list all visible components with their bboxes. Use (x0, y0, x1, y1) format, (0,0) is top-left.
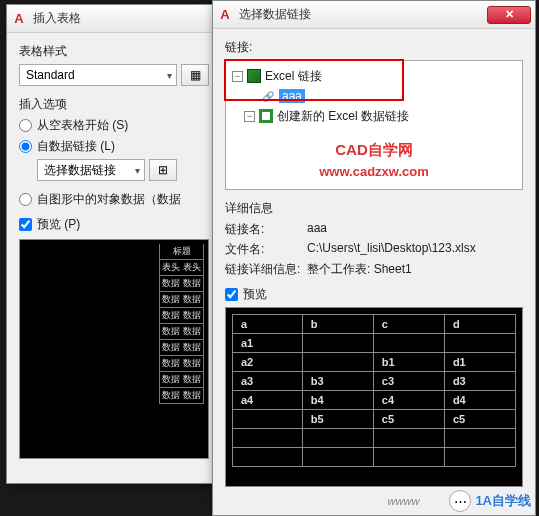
details-label: 详细信息 (225, 200, 523, 217)
watermark-title: CAD自学网 (226, 141, 522, 160)
preview-checkbox-row[interactable]: 预览 (P) (19, 216, 209, 233)
footer-brand: 1A自学线 (475, 492, 531, 510)
table-cell (373, 429, 444, 448)
table-cell (302, 353, 373, 372)
col-a: a (233, 315, 303, 334)
table-cell (373, 334, 444, 353)
select-data-link-dialog: A 选择数据链接 ✕ 链接: − Excel 链接 aaa − 创建新的 Exc… (212, 0, 536, 516)
table-cell (233, 448, 303, 467)
radio-link-input[interactable] (19, 140, 32, 153)
preview-label: 预览 (243, 286, 267, 303)
preview-label: 预览 (P) (37, 216, 80, 233)
table-cell (233, 429, 303, 448)
mini-row: 数据 数据 (160, 308, 203, 324)
radio-empty-label: 从空表格开始 (S) (37, 117, 128, 134)
detail-info-key: 链接详细信息: (225, 261, 307, 278)
data-link-combo[interactable]: 选择数据链接 (37, 159, 145, 181)
tree-expander[interactable]: − (244, 111, 255, 122)
tree-new-link[interactable]: 创建新的 Excel 数据链接 (277, 108, 409, 125)
titlebar: A 插入表格 (7, 5, 221, 33)
radio-link-label: 自数据链接 (L) (37, 138, 115, 155)
mini-row: 数据 数据 (160, 340, 203, 356)
autocad-icon: A (217, 7, 233, 23)
table-row: a3b3c3d3 (233, 372, 516, 391)
wechat-icon: ⋯ (449, 490, 471, 512)
tree-root-label[interactable]: Excel 链接 (265, 68, 322, 85)
excel-new-icon (258, 109, 274, 123)
detail-info-value: 整个工作表: Sheet1 (307, 261, 523, 278)
table-row: a1 (233, 334, 516, 353)
table-cell (444, 448, 515, 467)
table-row: b5c5c5 (233, 410, 516, 429)
table-cell (302, 448, 373, 467)
tree-expander[interactable]: − (232, 71, 243, 82)
watermark-url: www.cadzxw.com (226, 164, 522, 179)
col-b: b (302, 315, 373, 334)
watermark: CAD自学网 www.cadzxw.com (226, 141, 522, 179)
preview-checkbox-row[interactable]: 预览 (225, 286, 523, 303)
table-cell (444, 429, 515, 448)
preview-checkbox[interactable] (19, 218, 32, 231)
dialog-body: 链接: − Excel 链接 aaa − 创建新的 Excel 数据链接 CAD… (213, 29, 535, 497)
radio-empty-input[interactable] (19, 119, 32, 132)
table-row: a4b4c4d4 (233, 391, 516, 410)
style-label: 表格样式 (19, 43, 209, 60)
mini-row: 数据 数据 (160, 356, 203, 372)
table-row (233, 448, 516, 467)
detail-file-value: C:\Users\t_lisi\Desktop\123.xlsx (307, 241, 523, 258)
grid-icon: ▦ (190, 68, 201, 82)
radio-from-object[interactable]: 自图形中的对象数据（数据 (19, 191, 209, 208)
table-cell (233, 410, 303, 429)
table-cell: c5 (444, 410, 515, 429)
table-cell: a2 (233, 353, 303, 372)
dialog-title: 选择数据链接 (239, 6, 487, 23)
table-cell: b5 (302, 410, 373, 429)
preview-area-left: 标题 表头 表头 数据 数据 数据 数据 数据 数据 数据 数据 数据 数据 数… (19, 239, 209, 459)
preview-checkbox[interactable] (225, 288, 238, 301)
footer-watermark: wwww ⋯ 1A自学线 (388, 490, 531, 512)
detail-name-value: aaa (307, 221, 523, 238)
dialog-body: 表格样式 Standard ▦ 插入选项 从空表格开始 (S) 自数据链接 (L… (7, 33, 221, 469)
preview-table: a b c d a1a2b1d1a3b3c3d3a4b4c4d4b5c5c5 (232, 314, 516, 467)
link-icon (260, 89, 276, 103)
style-combo[interactable]: Standard (19, 64, 177, 86)
table-cell: d4 (444, 391, 515, 410)
link-icon: ⊞ (158, 163, 168, 177)
radio-from-empty[interactable]: 从空表格开始 (S) (19, 117, 209, 134)
table-cell (373, 448, 444, 467)
mini-table: 标题 表头 表头 数据 数据 数据 数据 数据 数据 数据 数据 数据 数据 数… (159, 244, 204, 404)
table-header-row: a b c d (233, 315, 516, 334)
tree-item-selected[interactable]: aaa (279, 89, 305, 103)
table-cell: b1 (373, 353, 444, 372)
close-button[interactable]: ✕ (487, 6, 531, 24)
table-cell: c3 (373, 372, 444, 391)
table-cell: c5 (373, 410, 444, 429)
links-label: 链接: (225, 39, 523, 56)
detail-name-key: 链接名: (225, 221, 307, 238)
radio-object-input[interactable] (19, 193, 32, 206)
dialog-title: 插入表格 (33, 10, 217, 27)
excel-icon (246, 69, 262, 83)
table-row (233, 429, 516, 448)
table-cell: d1 (444, 353, 515, 372)
mini-row: 数据 数据 (160, 388, 203, 404)
links-tree: − Excel 链接 aaa − 创建新的 Excel 数据链接 CAD自学网 … (225, 60, 523, 190)
table-cell: b4 (302, 391, 373, 410)
close-icon: ✕ (505, 8, 514, 21)
col-c: c (373, 315, 444, 334)
data-link-browse-button[interactable]: ⊞ (149, 159, 177, 181)
style-settings-button[interactable]: ▦ (181, 64, 209, 86)
table-cell: b3 (302, 372, 373, 391)
mini-row: 表头 表头 (160, 260, 203, 276)
table-cell: d3 (444, 372, 515, 391)
table-cell: c4 (373, 391, 444, 410)
insert-options-label: 插入选项 (19, 96, 209, 113)
col-d: d (444, 315, 515, 334)
mini-row: 数据 数据 (160, 292, 203, 308)
table-cell: a4 (233, 391, 303, 410)
autocad-icon: A (11, 11, 27, 27)
table-row: a2b1d1 (233, 353, 516, 372)
details: 链接名: aaa 文件名: C:\Users\t_lisi\Desktop\12… (225, 221, 523, 278)
table-cell: a3 (233, 372, 303, 391)
radio-from-link[interactable]: 自数据链接 (L) (19, 138, 209, 155)
